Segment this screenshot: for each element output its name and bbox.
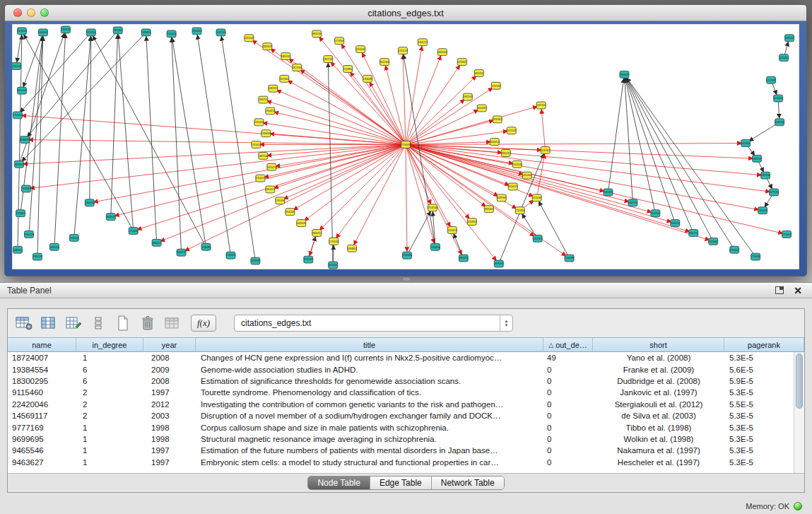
network-edge[interactable] — [406, 144, 746, 145]
table-cell[interactable]: 9777169 — [8, 424, 76, 432]
table-cell[interactable]: 5.6E-5 — [724, 366, 794, 374]
network-edge[interactable] — [54, 30, 66, 247]
table-cell[interactable]: 19384554 — [8, 366, 76, 374]
network-node[interactable]: 1872400 — [280, 75, 289, 82]
table-cell[interactable]: 0 — [543, 377, 593, 385]
network-node[interactable]: 1773009 — [782, 230, 791, 238]
table-cell[interactable]: 2009 — [143, 366, 196, 374]
network-node[interactable]: 2197434 — [491, 82, 500, 89]
table-cell[interactable]: 1 — [76, 424, 143, 432]
network-node[interactable]: 2145220 — [167, 30, 176, 37]
network-edge[interactable] — [26, 145, 406, 189]
table-row[interactable]: 946554611997Estimation of the future num… — [8, 445, 794, 456]
table-cell[interactable]: Estimation of significance thresholds fo… — [196, 377, 543, 385]
network-node[interactable]: 1830029 — [263, 43, 272, 50]
network-edge[interactable] — [406, 62, 462, 145]
network-node[interactable]: 1521612 — [447, 227, 457, 234]
network-node[interactable]: 1912449 — [304, 256, 313, 263]
network-node[interactable]: 2166251 — [418, 39, 427, 46]
table-cell[interactable]: Genome-wide association studies in ADHD. — [196, 366, 543, 374]
table-cell[interactable]: Estimation of the future numbers of pati… — [196, 446, 543, 455]
network-node[interactable]: 1755122 — [651, 210, 660, 217]
network-node[interactable]: 1774033 — [329, 238, 339, 245]
network-node[interactable]: 1966439 — [620, 71, 629, 78]
network-node[interactable]: 1864416 — [501, 149, 510, 156]
float-panel-icon[interactable] — [775, 286, 784, 294]
column-header-short[interactable]: short — [593, 338, 724, 351]
table-cell[interactable]: 1 — [76, 435, 143, 443]
network-node[interactable]: 1933085 — [201, 243, 211, 250]
network-edge[interactable] — [452, 230, 464, 258]
network-node[interactable]: 1955822 — [493, 116, 502, 123]
table-row[interactable]: 2242004622012Investigating the contribut… — [8, 399, 794, 410]
network-node[interactable]: 9227437 — [766, 76, 775, 83]
network-node[interactable]: 1055820 — [779, 54, 788, 62]
table-row[interactable]: 1456911722003Disruption of a novel membe… — [8, 410, 794, 421]
table-cell[interactable]: 5.9E-5 — [724, 377, 794, 385]
close-window-button[interactable] — [13, 8, 22, 17]
network-node[interactable]: 1112543 — [216, 29, 225, 36]
table-selector-dropdown[interactable]: citations_edges.txt ▲▼ — [234, 315, 513, 332]
table-cell[interactable]: 9465546 — [8, 446, 76, 455]
network-edge[interactable] — [520, 211, 538, 239]
table-cell[interactable]: Tourette syndrome. Phenomenology and cla… — [196, 388, 543, 397]
network-edge[interactable] — [406, 145, 407, 256]
table-cell[interactable]: 18300295 — [8, 377, 76, 385]
table-cell[interactable]: Changes of HCN gene expression and I(f) … — [196, 354, 543, 362]
network-node[interactable]: 1687540 — [259, 152, 268, 159]
network-edge[interactable] — [220, 33, 255, 261]
network-edge[interactable] — [284, 78, 406, 144]
minimize-window-button[interactable] — [27, 8, 35, 17]
network-node[interactable]: 1866251 — [312, 229, 322, 236]
network-edge[interactable] — [624, 74, 713, 241]
network-node[interactable]: 1853104 — [192, 28, 201, 35]
network-node[interactable]: 2140587 — [21, 185, 30, 192]
network-node[interactable]: 1087334 — [760, 172, 770, 179]
table-cell[interactable]: 1 — [76, 446, 143, 455]
network-edge[interactable] — [25, 30, 118, 140]
column-header-year[interactable]: year — [143, 338, 196, 351]
table-cell[interactable]: 2 — [76, 388, 143, 397]
network-edge[interactable] — [118, 30, 134, 231]
network-node[interactable]: 1900218 — [24, 230, 33, 238]
network-node[interactable]: 1698852 — [348, 245, 357, 252]
table-cell[interactable]: 5.3E-5 — [724, 354, 794, 362]
network-node[interactable]: 1755396 — [276, 197, 285, 204]
tab-edge-table[interactable]: Edge Table — [370, 477, 431, 489]
network-edge[interactable] — [172, 34, 182, 252]
table-row[interactable]: 969969511998Structural magnetic resonanc… — [8, 433, 794, 445]
column-header-name[interactable]: name — [8, 338, 76, 351]
new-table-icon[interactable] — [114, 315, 132, 332]
network-node[interactable]: 1211797 — [533, 235, 542, 242]
show-columns-icon[interactable] — [40, 315, 58, 332]
table-cell[interactable]: 14569117 — [8, 411, 76, 420]
table-cell[interactable]: 6 — [76, 366, 143, 374]
network-node[interactable]: 1688112 — [13, 246, 22, 253]
network-node[interactable]: 1952204 — [86, 29, 95, 36]
network-node[interactable]: 1993105 — [356, 46, 365, 53]
table-cell[interactable]: 9699695 — [8, 435, 76, 443]
network-node[interactable]: 1755834 — [16, 210, 25, 217]
network-edge[interactable] — [406, 145, 765, 176]
network-edge[interactable] — [407, 208, 433, 255]
network-node[interactable]: 2097413 — [494, 260, 503, 267]
network-edge[interactable] — [406, 145, 435, 247]
table-row[interactable]: 946362711997Embryonic stem cells: a mode… — [8, 457, 794, 468]
column-header-in-degree[interactable]: in_degree — [76, 338, 143, 351]
table-cell[interactable]: 6 — [76, 377, 143, 385]
network-node[interactable]: 1812305 — [113, 27, 122, 34]
network-node[interactable]: 1900554 — [49, 243, 59, 250]
network-node[interactable]: 2043115 — [269, 85, 278, 92]
network-node[interactable]: 2260655 — [85, 199, 94, 206]
network-node[interactable]: 2204907 — [467, 218, 476, 226]
network-edge[interactable] — [18, 33, 91, 115]
network-node[interactable]: 1911257 — [399, 47, 408, 54]
network-node[interactable]: 1451440 — [522, 172, 531, 179]
network-node[interactable]: 1755066 — [129, 228, 138, 235]
scrollbar-thumb[interactable] — [796, 354, 803, 409]
table-scrollbar[interactable] — [794, 352, 804, 473]
table-cell[interactable]: 9463627 — [8, 458, 76, 467]
table-cell[interactable]: 2 — [76, 400, 143, 409]
column-header-title[interactable]: title — [196, 338, 543, 351]
network-node[interactable]: 1903322 — [14, 160, 23, 168]
